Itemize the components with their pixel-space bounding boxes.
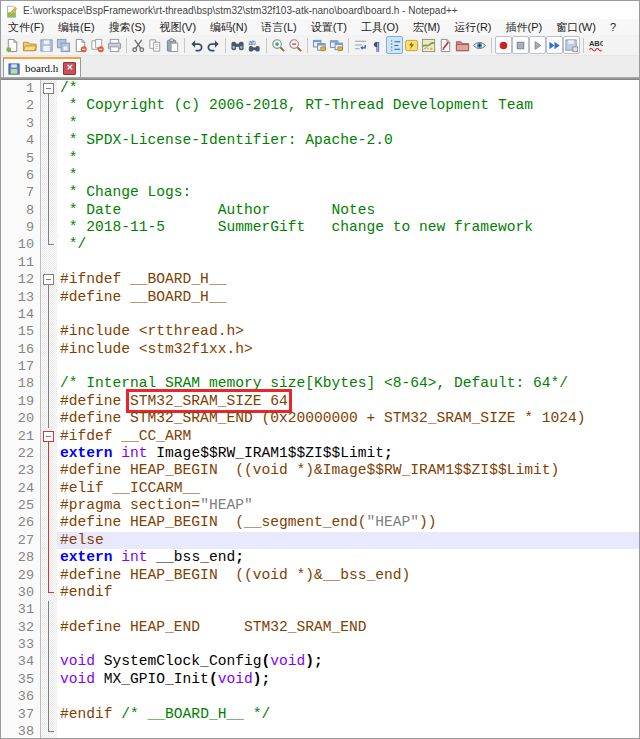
line-number[interactable]: 30 [1,584,41,601]
line-number[interactable]: 32 [1,619,41,636]
menu-item-5[interactable]: 语言(L) [254,19,303,35]
line-number[interactable]: 13 [1,289,41,306]
code-text[interactable]: * [57,150,639,167]
close-file-icon[interactable] [72,36,89,54]
code-text[interactable]: /* Internal SRAM memory size[Kbytes] <8-… [57,375,639,392]
code-text[interactable]: #elif __ICCARM__ [57,480,639,497]
menu-item-4[interactable]: 编码(N) [203,19,254,35]
code-text[interactable]: */ [57,236,639,253]
code-text[interactable]: #ifndef __BOARD_H__ [57,271,639,288]
indent-guide-icon[interactable] [386,36,403,54]
code-text[interactable]: * Copyright (c) 2006-2018, RT-Thread Dev… [57,97,639,114]
folder-as-workspace-icon[interactable] [454,36,471,54]
line-number[interactable]: 8 [1,202,41,219]
code-text[interactable]: #pragma section="HEAP" [57,497,639,514]
line-number[interactable]: 21 [1,428,41,445]
line-number[interactable]: 22 [1,445,41,462]
macro-stop-icon[interactable] [512,36,529,54]
code-text[interactable] [57,688,639,705]
line-number[interactable]: 10 [1,236,41,253]
line-number[interactable]: 25 [1,497,41,514]
line-number[interactable]: 23 [1,462,41,479]
line-number[interactable]: 35 [1,671,41,688]
code-text[interactable]: #define HEAP_END STM32_SRAM_END [57,619,639,636]
save-all-icon[interactable] [55,36,72,54]
undo-icon[interactable] [188,36,205,54]
code-text[interactable]: * [57,167,639,184]
menu-item-12[interactable]: ? [603,19,623,35]
code-text[interactable] [57,306,639,323]
copy-icon[interactable] [147,36,164,54]
code-text[interactable]: * Change Logs: [57,184,639,201]
code-text[interactable]: extern int Image$$RW_IRAM1$$ZI$$Limit; [57,445,639,462]
macro-run-multiple-icon[interactable] [546,36,563,54]
code-text[interactable]: /* [57,80,639,97]
zoom-out-icon[interactable] [287,36,304,54]
code-text[interactable]: extern int __bss_end; [57,549,639,566]
code-text[interactable]: * [57,115,639,132]
menu-item-7[interactable]: 工具(O) [354,19,406,35]
line-number[interactable]: 29 [1,567,41,584]
line-number[interactable]: 17 [1,358,41,375]
menu-item-1[interactable]: 编辑(E) [51,19,102,35]
code-text[interactable]: #endif [57,584,639,601]
zoom-in-icon[interactable] [270,36,287,54]
find-icon[interactable] [229,36,246,54]
fold-collapse-box[interactable] [43,431,54,442]
macro-play-icon[interactable] [529,36,546,54]
code-text[interactable] [57,601,639,618]
code-text[interactable] [57,254,639,271]
code-text[interactable]: * SPDX-License-Identifier: Apache-2.0 [57,132,639,149]
code-text[interactable]: #define __BOARD_H__ [57,289,639,306]
line-number[interactable]: 16 [1,341,41,358]
code-text[interactable] [57,636,639,653]
menu-item-8[interactable]: 宏(M) [406,19,448,35]
document-map-icon[interactable] [420,36,437,54]
fold-collapse-box[interactable] [43,83,54,94]
code-text[interactable]: #endif /* __BOARD_H__ */ [57,706,639,723]
code-text[interactable]: * Date Author Notes [57,202,639,219]
macro-record-icon[interactable] [495,36,512,54]
line-number[interactable]: 38 [1,723,41,738]
line-number[interactable]: 37 [1,706,41,723]
close-all-icon[interactable] [89,36,106,54]
line-number[interactable]: 18 [1,375,41,392]
cut-icon[interactable] [130,36,147,54]
line-number[interactable]: 27 [1,532,41,549]
line-number[interactable]: 2 [1,97,41,114]
menu-item-10[interactable]: 插件(P) [499,19,550,35]
menu-item-2[interactable]: 搜索(S) [102,19,153,35]
code-text[interactable] [57,723,639,738]
code-text[interactable]: #ifdef __CC_ARM [57,428,639,445]
paste-icon[interactable] [164,36,181,54]
line-number[interactable]: 19 [1,393,41,410]
tab-board-h[interactable]: board.h✕ [3,57,81,77]
line-number[interactable]: 3 [1,115,41,132]
fold-collapse-box[interactable] [43,274,54,285]
line-number[interactable]: 28 [1,549,41,566]
line-number[interactable]: 14 [1,306,41,323]
line-number[interactable]: 33 [1,636,41,653]
code-text[interactable]: void MX_GPIO_Init(void); [57,671,639,688]
line-number[interactable]: 4 [1,132,41,149]
code-text[interactable]: #else [57,532,639,549]
sync-horizontal-scroll-icon[interactable] [328,36,345,54]
line-number[interactable]: 12 [1,271,41,288]
code-text[interactable]: #define HEAP_BEGIN (__segment_end("HEAP"… [57,514,639,531]
code-text[interactable]: #define STM32_SRAM_END (0x20000000 + STM… [57,410,639,427]
word-wrap-icon[interactable] [352,36,369,54]
code-text[interactable]: #include <stm32f1xx.h> [57,341,639,358]
monitoring-eye-icon[interactable] [471,36,488,54]
open-file-icon[interactable] [21,36,38,54]
line-number[interactable]: 31 [1,601,41,618]
replace-icon[interactable]: ab [246,36,263,54]
line-number[interactable]: 26 [1,514,41,531]
line-number[interactable]: 15 [1,323,41,340]
code-text[interactable]: #define HEAP_BEGIN ((void *)&Image$$RW_I… [57,462,639,479]
line-number[interactable]: 7 [1,184,41,201]
menu-item-0[interactable]: 文件(F) [1,19,51,35]
function-list-icon[interactable] [437,36,454,54]
line-number[interactable]: 34 [1,653,41,670]
macro-save-icon[interactable] [563,36,580,54]
code-text[interactable] [57,358,639,375]
